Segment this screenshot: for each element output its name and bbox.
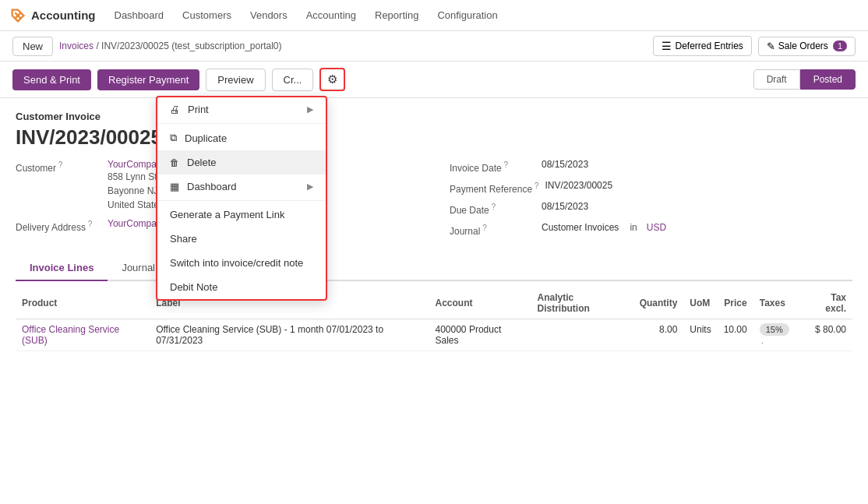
breadcrumb-current: INV/2023/00025 (test_subscription_portal…: [101, 41, 281, 51]
due-date-field: Due Date ? 08/15/2023: [450, 201, 852, 216]
col-uom: UoM: [683, 287, 717, 319]
invoice-date-value[interactable]: 08/15/2023: [542, 159, 588, 170]
brand-icon: [9, 7, 26, 24]
document-tabs: Invoice Lines Journal Items Other Info: [16, 256, 852, 281]
action-toolbar: Send & Print Register Payment Preview Cr…: [0, 62, 868, 98]
document-header: Customer Invoice INV/2023/00025 Customer…: [16, 111, 852, 243]
delete-icon: [170, 157, 179, 168]
send-print-button[interactable]: Send & Print: [12, 69, 91, 90]
breadcrumb: Invoices / INV/2023/00025 (test_subscrip…: [59, 41, 282, 51]
dropdown-payment-link[interactable]: Generate a Payment Link: [157, 203, 326, 227]
journal-label: Journal ?: [450, 222, 535, 237]
nav-vendors[interactable]: Vendors: [242, 3, 295, 27]
nav-dashboard[interactable]: Dashboard: [107, 3, 172, 27]
brand-logo[interactable]: Accounting: [9, 7, 96, 24]
credit-button[interactable]: Cr...: [272, 69, 314, 91]
form-right: Invoice Date ? 08/15/2023 Payment Refere…: [450, 159, 852, 243]
print-icon: [170, 104, 180, 115]
gear-icon: [327, 72, 337, 86]
tax-badge[interactable]: 15%: [760, 323, 789, 336]
hamburger-icon: [662, 40, 672, 52]
form-fields: Customer ? YourCompany, Joel Willis 858 …: [16, 159, 852, 243]
col-taxes: Taxes: [753, 287, 802, 319]
edit-icon: [767, 41, 775, 52]
dropdown-switch-invoice[interactable]: Switch into invoice/credit note: [157, 251, 326, 275]
document-type: Customer Invoice: [16, 111, 852, 122]
status-draft[interactable]: Draft: [753, 69, 800, 90]
col-quantity: Quantity: [633, 287, 684, 319]
dashboard-icon: [170, 181, 179, 192]
cell-taxes: 15% .: [753, 319, 802, 351]
invoice-lines-table: Product Label Account Analytic Distribut…: [16, 287, 852, 351]
col-price: Price: [718, 287, 753, 319]
dropdown-debit-note[interactable]: Debit Note: [157, 275, 326, 299]
col-account: Account: [429, 287, 531, 319]
divider-2: [157, 200, 326, 201]
top-navigation: Accounting Dashboard Customers Vendors A…: [0, 0, 868, 31]
document-number: INV/2023/00025: [16, 125, 852, 150]
sale-orders-button[interactable]: Sale Orders 1: [758, 37, 856, 56]
delivery-label: Delivery Address ?: [16, 218, 101, 233]
gear-button[interactable]: [319, 68, 345, 91]
dropdown-delete[interactable]: Delete: [157, 150, 326, 174]
breadcrumb-toolbar: New Invoices / INV/2023/00025 (test_subs…: [0, 31, 868, 62]
customer-label: Customer ?: [16, 159, 101, 174]
dropdown-duplicate[interactable]: Duplicate: [157, 125, 326, 150]
journal-field: Journal ? Customer Invoices in USD: [450, 222, 852, 237]
brand-name: Accounting: [31, 9, 96, 22]
dropdown-print[interactable]: Print ▶: [157, 97, 326, 122]
journal-value[interactable]: Customer Invoices: [542, 222, 619, 233]
cell-label: Office Cleaning Service (SUB) - 1 month …: [150, 319, 429, 351]
cell-tax-excl: $ 80.00: [802, 319, 852, 351]
divider-1: [157, 123, 326, 124]
status-bar: Draft Posted: [753, 69, 856, 90]
cell-quantity: 8.00: [633, 319, 684, 351]
payment-ref-value[interactable]: INV/2023/00025: [545, 180, 612, 191]
col-analytic: Analytic Distribution: [531, 287, 633, 319]
duplicate-icon: [170, 132, 177, 144]
invoice-date-label: Invoice Date ?: [450, 159, 535, 174]
cell-analytic: [531, 319, 633, 351]
payment-ref-field: Payment Reference ? INV/2023/00025: [450, 180, 852, 195]
nav-configuration[interactable]: Configuration: [429, 3, 505, 27]
cell-product[interactable]: Office Cleaning Service (SUB): [16, 319, 150, 351]
deferred-entries-button[interactable]: Deferred Entries: [653, 36, 751, 56]
status-posted[interactable]: Posted: [800, 69, 856, 90]
tax-dot: .: [761, 335, 764, 346]
print-arrow: ▶: [307, 104, 313, 115]
cell-price: 10.00: [718, 319, 753, 351]
cell-uom: Units: [683, 319, 717, 351]
new-button[interactable]: New: [12, 37, 53, 56]
due-date-value[interactable]: 08/15/2023: [542, 201, 588, 212]
nav-reporting[interactable]: Reporting: [367, 3, 426, 27]
nav-accounting[interactable]: Accounting: [298, 3, 364, 27]
payment-ref-label: Payment Reference ?: [450, 180, 538, 195]
col-tax-excl: Tax excl.: [802, 287, 852, 319]
cell-account: 400000 Product Sales: [429, 319, 531, 351]
tab-invoice-lines[interactable]: Invoice Lines: [16, 256, 108, 281]
dropdown-share[interactable]: Share: [157, 227, 326, 251]
main-content: Customer Invoice INV/2023/00025 Customer…: [0, 98, 868, 364]
preview-button[interactable]: Preview: [206, 69, 265, 91]
col-product: Product: [16, 287, 150, 319]
dashboard-arrow: ▶: [307, 182, 313, 192]
due-date-label: Due Date ?: [450, 201, 535, 216]
invoice-date-field: Invoice Date ? 08/15/2023: [450, 159, 852, 174]
journal-currency-label: in: [630, 222, 637, 233]
table-row: Office Cleaning Service (SUB) Office Cle…: [16, 319, 852, 351]
journal-currency-value[interactable]: USD: [647, 222, 666, 233]
register-payment-button[interactable]: Register Payment: [97, 69, 199, 90]
breadcrumb-parent[interactable]: Invoices: [59, 41, 94, 51]
dropdown-dashboard[interactable]: Dashboard ▶: [157, 174, 326, 199]
actions-dropdown: Print ▶ Duplicate Delete Dashboard ▶ Gen…: [156, 96, 327, 301]
nav-customers[interactable]: Customers: [175, 3, 239, 27]
